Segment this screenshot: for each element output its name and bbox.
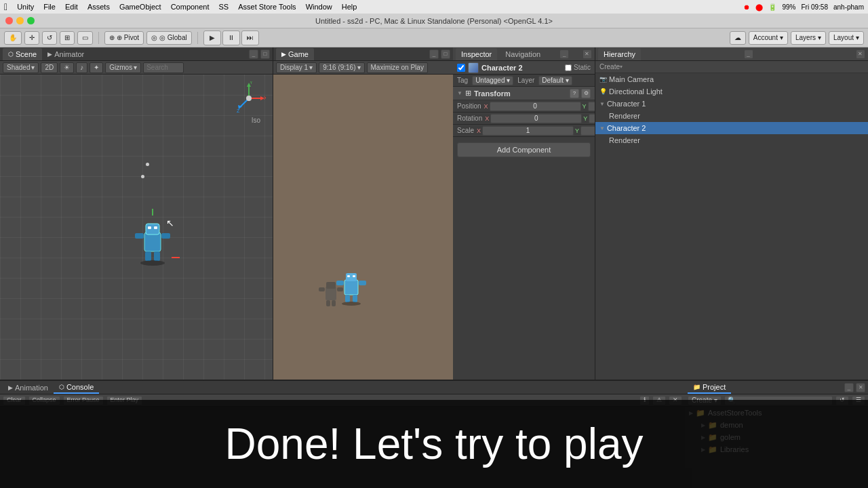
scene-viewport[interactable]: Y X Z Iso bbox=[0, 75, 273, 380]
hierarchy-item-renderer2[interactable]: Renderer bbox=[605, 134, 868, 146]
static-checkbox[interactable] bbox=[565, 64, 572, 71]
play-button[interactable]: ▶ bbox=[203, 30, 221, 45]
main-camera-icon: 📷 bbox=[599, 76, 607, 83]
add-component-button[interactable]: Add Component bbox=[457, 142, 591, 157]
hierarchy-close[interactable]: ✕ bbox=[856, 49, 865, 59]
hierarchy-item-main-camera[interactable]: 📷 Main Camera bbox=[595, 73, 868, 85]
light-toggle[interactable]: ☀ bbox=[60, 62, 74, 73]
scene-tab[interactable]: ⬡ Scene bbox=[3, 48, 42, 60]
layout-dropdown[interactable]: Layout ▾ bbox=[829, 31, 864, 45]
svg-text:Z: Z bbox=[237, 108, 240, 113]
hierarchy-item-directional-light[interactable]: 💡 Directional Light bbox=[595, 85, 868, 98]
project-close[interactable]: ✕ bbox=[856, 383, 865, 392]
game-tab-bar: ▶ Game _ □ bbox=[273, 47, 453, 61]
pivot-button[interactable]: ⊕ ⊕ Pivot bbox=[104, 31, 144, 45]
animation-tab[interactable]: ▶ Animation bbox=[3, 382, 54, 394]
close-button[interactable] bbox=[5, 17, 13, 24]
project-tab-label: Project bbox=[703, 383, 726, 391]
shaded-dropdown[interactable]: Shaded ▾ bbox=[3, 62, 39, 73]
menu-component[interactable]: Component bbox=[171, 3, 210, 11]
menu-edit[interactable]: Edit bbox=[65, 3, 78, 11]
move-tool[interactable]: ✛ bbox=[24, 31, 39, 45]
transform-settings-btn[interactable]: ⚙ bbox=[581, 89, 591, 98]
pause-button[interactable]: ⏸ bbox=[222, 30, 240, 45]
menu-gameobject[interactable]: GameObject bbox=[119, 3, 161, 11]
svg-point-6 bbox=[246, 96, 252, 101]
project-minimize[interactable]: _ bbox=[844, 383, 854, 392]
char2-arrow: ▼ bbox=[599, 125, 605, 131]
scene-dot-1 bbox=[146, 163, 149, 166]
game-viewport[interactable] bbox=[273, 75, 453, 380]
apple-icon[interactable]:  bbox=[4, 1, 7, 12]
scene-minimize-btn[interactable]: _ bbox=[249, 49, 258, 59]
tag-dropdown[interactable]: Untagged ▾ bbox=[472, 76, 513, 85]
project-tab[interactable]: 📁 Project bbox=[688, 382, 731, 394]
char2-label: Character 2 bbox=[607, 124, 646, 132]
rot-x-input[interactable] bbox=[490, 114, 582, 123]
resolution-dropdown[interactable]: 9:16 (9:16) ▾ bbox=[319, 62, 364, 73]
svg-rect-37 bbox=[332, 300, 336, 306]
object-active-checkbox[interactable] bbox=[457, 64, 465, 72]
hierarchy-minimize[interactable]: _ bbox=[744, 49, 753, 59]
scale-tool[interactable]: ⊞ bbox=[60, 31, 75, 45]
layers-dropdown[interactable]: Layers ▾ bbox=[791, 31, 826, 45]
menu-asset-store-tools[interactable]: Asset Store Tools bbox=[238, 3, 296, 11]
scene-search[interactable] bbox=[143, 62, 184, 73]
display-dropdown[interactable]: Display 1 ▾ bbox=[276, 62, 317, 73]
static-label: Static bbox=[574, 64, 591, 71]
hierarchy-tab[interactable]: Hierarchy bbox=[598, 48, 641, 60]
hierarchy-item-character1[interactable]: ▼ Character 1 bbox=[595, 98, 868, 110]
rotate-tool[interactable]: ↺ bbox=[42, 31, 57, 45]
menu-ss[interactable]: SS bbox=[219, 3, 229, 11]
global-button[interactable]: ◎ ◎ Global bbox=[146, 31, 192, 45]
transform-help-btn[interactable]: ? bbox=[570, 89, 579, 98]
traffic-lights[interactable] bbox=[5, 17, 35, 24]
game-tab[interactable]: ▶ Game bbox=[276, 48, 314, 60]
menu-window[interactable]: Window bbox=[306, 3, 332, 11]
gizmos-dropdown[interactable]: Gizmos ▾ bbox=[105, 62, 141, 73]
transform-component-header[interactable]: ▼ ⊞ Transform ? ⚙ bbox=[453, 87, 595, 100]
svg-rect-25 bbox=[347, 275, 350, 277]
scale-field: X Y Z bbox=[477, 126, 595, 136]
inspector-tab[interactable]: Inspector bbox=[456, 48, 497, 60]
menu-help[interactable]: Help bbox=[342, 3, 357, 11]
maximize-button[interactable] bbox=[27, 17, 35, 24]
pos-y-input[interactable] bbox=[588, 102, 595, 111]
scene-tab-icon: ⬡ bbox=[8, 51, 14, 58]
console-tab[interactable]: ⬡ Console bbox=[54, 382, 99, 394]
navigation-tab[interactable]: Navigation bbox=[500, 48, 546, 60]
menu-unity[interactable]: Unity bbox=[17, 3, 34, 11]
hierarchy-item-character2[interactable]: ▼ Character 2 bbox=[595, 122, 868, 134]
rot-y-input[interactable] bbox=[589, 114, 595, 123]
svg-rect-16 bbox=[145, 251, 151, 261]
inspector-close[interactable]: ✕ bbox=[583, 49, 592, 59]
layer-value: Default bbox=[542, 77, 564, 84]
menu-assets[interactable]: Assets bbox=[87, 3, 110, 11]
minimize-button[interactable] bbox=[16, 17, 24, 24]
game-maximize[interactable]: □ bbox=[441, 49, 450, 59]
rect-tool[interactable]: ▭ bbox=[77, 31, 93, 45]
account-dropdown[interactable]: Account ▾ bbox=[749, 31, 788, 45]
hierarchy-create-arrow: ▾ bbox=[620, 64, 623, 70]
layer-dropdown[interactable]: Default ▾ bbox=[538, 76, 572, 85]
inspector-minimize[interactable]: _ bbox=[559, 49, 569, 59]
hand-tool[interactable]: ✋ bbox=[4, 31, 22, 45]
scale-y-input[interactable] bbox=[580, 126, 595, 136]
effects-toggle[interactable]: ✦ bbox=[90, 62, 103, 73]
audio-toggle[interactable]: ♪ bbox=[76, 62, 87, 73]
hierarchy-create-label[interactable]: Create bbox=[599, 63, 620, 70]
static-section: Static bbox=[565, 64, 591, 71]
svg-rect-30 bbox=[353, 295, 357, 302]
menu-file[interactable]: File bbox=[43, 3, 56, 11]
svg-rect-23 bbox=[344, 280, 358, 295]
hierarchy-item-renderer1[interactable]: Renderer bbox=[605, 110, 868, 122]
2d-button[interactable]: 2D bbox=[41, 62, 58, 73]
cloud-button[interactable]: ☁ bbox=[730, 31, 746, 45]
step-button[interactable]: ⏭ bbox=[241, 30, 259, 45]
game-minimize[interactable]: _ bbox=[429, 49, 439, 59]
scene-maximize-btn[interactable]: □ bbox=[260, 49, 270, 59]
animator-tab[interactable]: ▶ Animator bbox=[42, 48, 90, 60]
scale-x-input[interactable] bbox=[482, 126, 574, 136]
maximize-on-play[interactable]: Maximize on Play bbox=[367, 62, 428, 73]
pos-x-input[interactable] bbox=[490, 102, 581, 111]
